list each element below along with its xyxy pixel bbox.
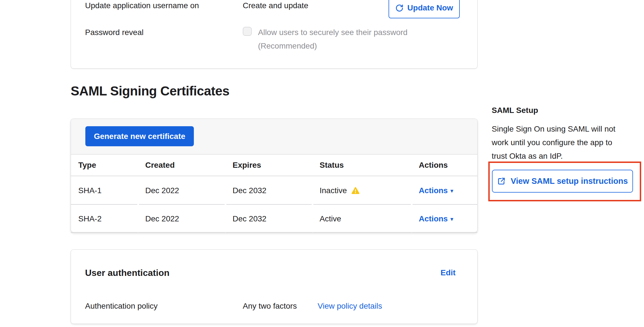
cell-actions: Actions ▾ bbox=[411, 176, 478, 205]
actions-label: Actions bbox=[419, 214, 448, 223]
auth-policy-value: Any two factors bbox=[243, 301, 297, 311]
certificate-row-sha2: SHA-2 Dec 2022 Dec 2032 Active Actions ▾ bbox=[71, 205, 477, 233]
cell-expires: Dec 2032 bbox=[225, 205, 312, 233]
column-header-actions: Actions bbox=[411, 154, 478, 176]
update-now-label: Update Now bbox=[407, 3, 453, 12]
view-saml-setup-label: View SAML setup instructions bbox=[511, 176, 628, 186]
warning-icon bbox=[351, 186, 360, 195]
auth-policy-label: Authentication policy bbox=[85, 301, 158, 311]
column-header-status: Status bbox=[312, 154, 411, 176]
password-reveal-checkbox-text: Allow users to securely see their passwo… bbox=[258, 27, 407, 38]
external-link-icon bbox=[497, 177, 506, 186]
actions-dropdown-button[interactable]: Actions ▾ bbox=[419, 214, 453, 223]
description-line: Single Sign On using SAML will not bbox=[492, 122, 644, 136]
username-update-label: Update application username on bbox=[85, 1, 199, 11]
cell-expires: Dec 2032 bbox=[225, 176, 312, 205]
actions-dropdown-button[interactable]: Actions ▾ bbox=[419, 186, 453, 195]
view-saml-setup-instructions-button[interactable]: View SAML setup instructions bbox=[492, 170, 633, 193]
saml-setup-heading: SAML Setup bbox=[492, 106, 538, 115]
caret-down-icon: ▾ bbox=[450, 188, 454, 194]
description-line: work until you configure the app to bbox=[492, 136, 644, 149]
cell-type: SHA-1 bbox=[71, 176, 138, 205]
password-reveal-checkbox[interactable] bbox=[243, 27, 252, 36]
refresh-icon bbox=[395, 4, 404, 12]
status-text: Inactive bbox=[320, 186, 347, 195]
status-text: Active bbox=[320, 214, 341, 223]
view-policy-details-link[interactable]: View policy details bbox=[318, 301, 382, 311]
saml-certificates-card: Generate new certificate Type Created Ex… bbox=[71, 119, 478, 232]
description-line: trust Okta as an IdP. bbox=[492, 149, 644, 163]
certificates-toolbar: Generate new certificate bbox=[71, 119, 477, 154]
cell-created: Dec 2022 bbox=[138, 176, 225, 205]
saml-setup-description: Single Sign On using SAML will not work … bbox=[492, 122, 644, 163]
update-now-button[interactable]: Update Now bbox=[389, 0, 460, 18]
column-header-type: Type bbox=[71, 154, 138, 176]
password-reveal-recommended-text: (Recommended) bbox=[258, 41, 317, 51]
caret-down-icon: ▾ bbox=[450, 216, 454, 222]
username-update-value: Create and update bbox=[243, 1, 308, 11]
cell-status: Active bbox=[312, 205, 411, 233]
edit-link[interactable]: Edit bbox=[441, 268, 456, 277]
account-settings-card: Update application username on Create an… bbox=[71, 0, 478, 69]
password-reveal-label: Password reveal bbox=[85, 27, 144, 38]
user-auth-title: User authentication bbox=[85, 268, 170, 278]
certificate-row-sha1: SHA-1 Dec 2022 Dec 2032 Inactive Actions… bbox=[71, 176, 477, 205]
cell-type: SHA-2 bbox=[71, 205, 138, 233]
cell-actions: Actions ▾ bbox=[411, 205, 478, 233]
cell-created: Dec 2022 bbox=[138, 205, 225, 233]
generate-certificate-button[interactable]: Generate new certificate bbox=[85, 126, 194, 146]
user-authentication-card: User authentication Edit Authentication … bbox=[71, 249, 478, 324]
saml-certificates-heading: SAML Signing Certificates bbox=[71, 84, 229, 98]
actions-label: Actions bbox=[419, 186, 448, 195]
certificates-table-header: Type Created Expires Status Actions bbox=[71, 154, 477, 176]
column-header-created: Created bbox=[138, 154, 225, 176]
okta-app-settings-page: Update application username on Create an… bbox=[0, 0, 644, 327]
column-header-expires: Expires bbox=[225, 154, 312, 176]
cell-status: Inactive bbox=[312, 176, 411, 205]
